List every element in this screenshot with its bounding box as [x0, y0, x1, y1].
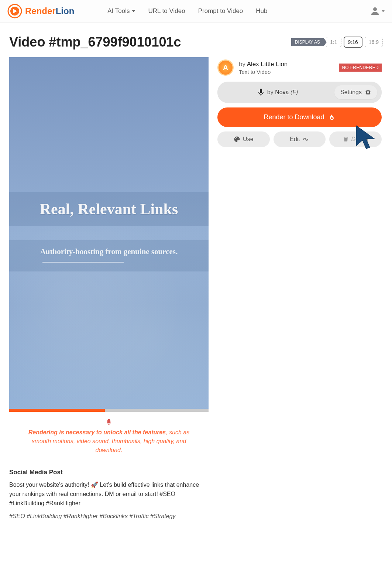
voice-info: by Nova (F) — [225, 88, 331, 96]
video-subtitle: Authority-boosting from genuine sources. — [20, 247, 197, 257]
logo-text: RenderLion — [25, 6, 74, 16]
author-info: by Alex Little Lion Text to Video — [239, 61, 334, 75]
video-title: Real, Relevant Links — [17, 200, 201, 218]
video-preview[interactable]: Real, Relevant Links Authority-boosting … — [9, 57, 209, 412]
page-title: Video #tmp_6799f9010101c — [9, 34, 181, 50]
nav: AI Tools URL to Video Prompt to Video Hu… — [107, 7, 267, 15]
caret-down-icon — [382, 10, 385, 12]
voice-settings-button[interactable]: Settings — [334, 85, 377, 99]
trash-icon — [343, 136, 349, 143]
svg-point-2 — [373, 7, 377, 11]
title-row: Video #tmp_6799f9010101c DISPLAY AS 1:1 … — [0, 23, 392, 57]
squiggle-icon — [303, 136, 309, 143]
nav-ai-tools[interactable]: AI Tools — [107, 7, 135, 15]
status-badge: NOT-RENDERED — [339, 64, 382, 72]
edit-button[interactable]: Edit — [274, 131, 326, 147]
action-row: Use Edit Delete — [217, 131, 382, 147]
nav-hub[interactable]: Hub — [256, 7, 267, 15]
avatar[interactable]: A — [217, 59, 234, 76]
palette-icon — [234, 136, 240, 143]
svg-point-3 — [108, 424, 109, 425]
social-heading: Social Media Post — [9, 469, 209, 476]
microphone-icon — [258, 88, 264, 96]
delete-button[interactable]: Delete — [329, 131, 382, 147]
render-notice: Rendering is necessary to unlock all the… — [9, 412, 209, 458]
logo[interactable]: RenderLion — [7, 4, 74, 18]
gear-icon — [365, 89, 371, 96]
progress-fill — [9, 409, 105, 412]
render-button[interactable]: Render to Download — [217, 107, 382, 127]
video-subtitle-underline — [42, 262, 124, 263]
author-row: A by Alex Little Lion Text to Video NOT-… — [217, 57, 382, 82]
svg-point-7 — [236, 137, 237, 138]
notice-text: Rendering is necessary to unlock all the… — [20, 428, 197, 455]
svg-point-8 — [238, 138, 238, 139]
ratio-9-16[interactable]: 9:16 — [344, 37, 362, 48]
author-by: by — [239, 61, 247, 68]
progress-bar[interactable] — [9, 409, 209, 412]
social-body: Boost your website's authority! 🚀 Let's … — [9, 481, 209, 508]
ratio-1-1[interactable]: 1:1 — [326, 37, 341, 47]
header: RenderLion AI Tools URL to Video Prompt … — [0, 0, 392, 23]
user-menu[interactable] — [369, 6, 385, 17]
main: Real, Relevant Links Authority-boosting … — [0, 57, 392, 534]
bell-icon — [20, 418, 197, 426]
display-as-label: DISPLAY AS — [291, 38, 324, 46]
use-button[interactable]: Use — [217, 131, 270, 147]
video-subtitle-block: Authority-boosting from genuine sources. — [9, 240, 209, 271]
logo-icon — [7, 4, 22, 18]
author-sub: Text to Video — [239, 69, 334, 75]
social-tags: #SEO #LinkBuilding #RankHigher #Backlink… — [9, 513, 209, 520]
ratio-16-9[interactable]: 16:9 — [365, 37, 383, 47]
display-as: DISPLAY AS 1:1 9:16 16:9 — [291, 37, 383, 48]
nav-url-to-video[interactable]: URL to Video — [148, 7, 185, 15]
voice-row: by Nova (F) Settings — [217, 82, 382, 103]
author-name[interactable]: Alex Little Lion — [247, 61, 288, 68]
fire-icon — [328, 114, 336, 121]
svg-point-6 — [235, 138, 236, 139]
svg-rect-4 — [260, 89, 262, 93]
caret-down-icon — [132, 10, 135, 12]
social-section: Social Media Post Boost your website's a… — [9, 469, 209, 520]
right-column: A by Alex Little Lion Text to Video NOT-… — [217, 57, 382, 520]
left-column: Real, Relevant Links Authority-boosting … — [9, 57, 209, 520]
video-title-block: Real, Relevant Links — [9, 192, 209, 226]
user-icon — [369, 6, 381, 17]
nav-prompt-to-video[interactable]: Prompt to Video — [198, 7, 243, 15]
